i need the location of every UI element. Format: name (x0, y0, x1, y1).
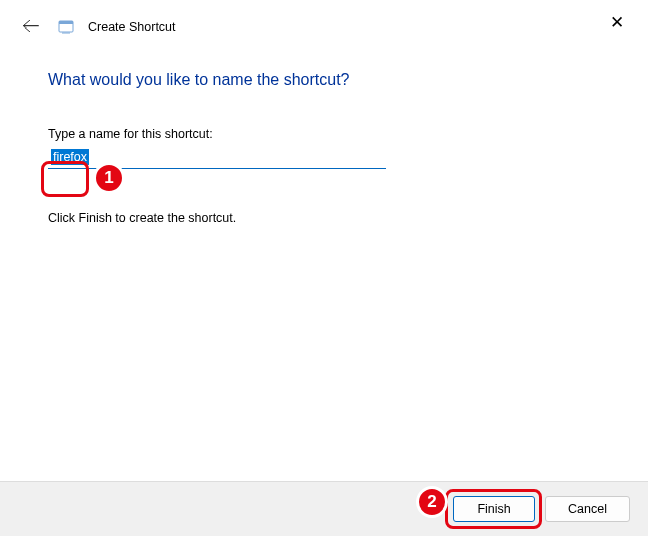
shortcut-name-input[interactable]: firefox (48, 145, 386, 169)
footer-bar: Finish Cancel (0, 481, 648, 536)
back-arrow-icon[interactable]: 🡠 (18, 14, 44, 39)
input-label: Type a name for this shortcut: (48, 127, 600, 141)
window-title: Create Shortcut (88, 20, 176, 34)
cancel-button[interactable]: Cancel (545, 496, 630, 522)
content-area: What would you like to name the shortcut… (0, 39, 648, 225)
shortcut-wizard-icon (58, 19, 74, 35)
close-button[interactable]: ✕ (600, 8, 634, 37)
svg-rect-1 (59, 21, 73, 24)
name-input-container: firefox (48, 145, 386, 169)
close-icon: ✕ (610, 13, 624, 32)
wizard-window: ✕ 🡠 Create Shortcut What would you like … (0, 0, 648, 536)
page-heading: What would you like to name the shortcut… (48, 71, 600, 89)
finish-button[interactable]: Finish (453, 496, 535, 522)
input-selected-text: firefox (51, 149, 89, 165)
header-bar: 🡠 Create Shortcut (0, 0, 648, 39)
instruction-text: Click Finish to create the shortcut. (48, 211, 600, 225)
